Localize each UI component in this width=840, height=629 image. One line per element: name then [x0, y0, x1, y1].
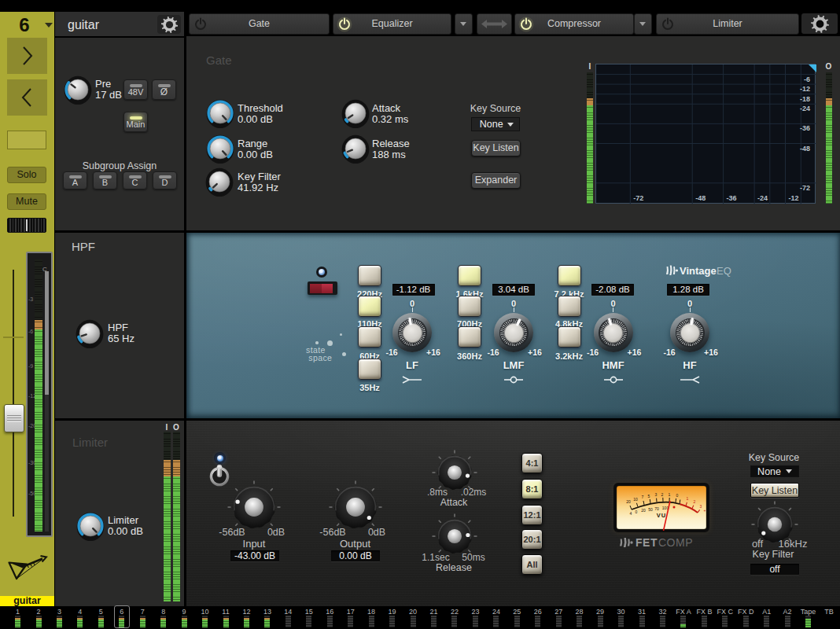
svg-text:20: 20 — [626, 499, 631, 504]
svg-text:2: 2 — [661, 492, 664, 497]
svg-text:-12: -12 — [789, 194, 799, 202]
svg-text:COMP: COMP — [658, 536, 693, 549]
svg-text:1: 1 — [687, 496, 689, 501]
svg-text:-12: -12 — [800, 85, 810, 93]
svg-text:+: + — [704, 508, 706, 513]
svg-text:-24: -24 — [757, 194, 768, 202]
svg-text:0: 0 — [636, 509, 638, 514]
svg-text:-48: -48 — [695, 194, 706, 202]
svg-text:20: 20 — [641, 508, 646, 513]
svg-text:EQ: EQ — [717, 265, 731, 277]
svg-text:-6: -6 — [804, 75, 810, 83]
svg-text:-72: -72 — [633, 194, 643, 202]
svg-text:Vintage: Vintage — [680, 265, 717, 277]
svg-text:VU: VU — [657, 512, 666, 519]
svg-text:10: 10 — [633, 497, 638, 502]
svg-text:5: 5 — [648, 494, 650, 498]
svg-text:2: 2 — [694, 499, 696, 504]
svg-text:-72: -72 — [800, 184, 810, 192]
svg-text:3: 3 — [655, 492, 658, 497]
svg-text:-24: -24 — [800, 105, 810, 112]
svg-text:FET: FET — [636, 536, 658, 549]
svg-text:1: 1 — [669, 492, 671, 497]
svg-text:50: 50 — [648, 507, 653, 512]
svg-text:4: 4 — [630, 511, 632, 516]
svg-text:-36: -36 — [727, 194, 737, 202]
svg-text:-36: -36 — [800, 124, 810, 132]
svg-text:3: 3 — [700, 504, 702, 509]
svg-text:-18: -18 — [800, 95, 810, 103]
svg-text:-48: -48 — [800, 145, 810, 153]
svg-text:0: 0 — [676, 493, 679, 498]
svg-text:70: 70 — [654, 506, 659, 511]
svg-text:7: 7 — [642, 495, 644, 499]
